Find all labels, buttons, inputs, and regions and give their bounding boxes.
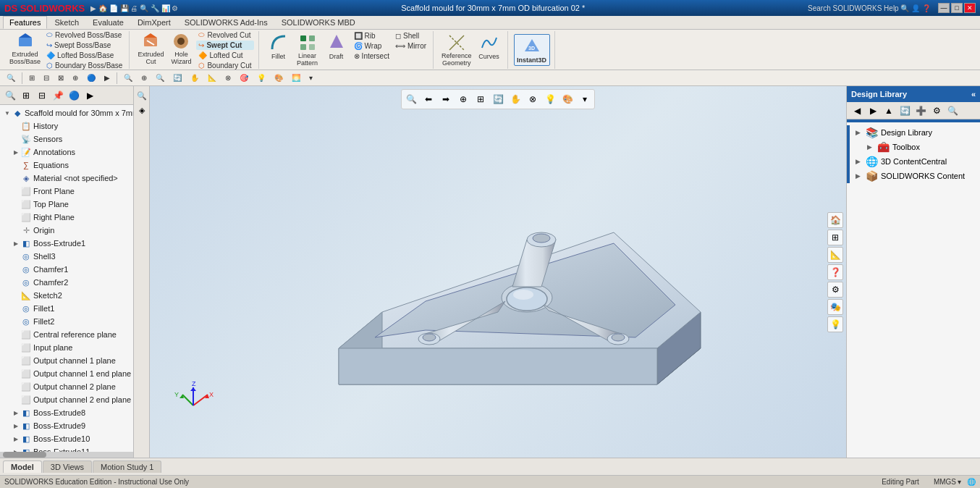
tree-filter-btn[interactable]: 🔍 xyxy=(3,88,17,103)
dl-back-btn[interactable]: ◀ xyxy=(850,104,864,118)
viewport[interactable]: X Y Z 🔍 ⬅ ➡ ⊕ ⊞ 🔄 ✋ ⊗ 💡 🎨 ▾ 🏠 ⊞ 📐 ❓ ⚙ xyxy=(150,86,846,458)
scene[interactable]: 🌅 xyxy=(288,72,304,83)
extruded-cut-button[interactable]: ExtrudedCut xyxy=(135,30,166,67)
hole-wizard-button[interactable]: HoleWizard xyxy=(167,30,195,67)
tree-item-boss-extrude1[interactable]: ▶ ◧ Boss-Extrude1 xyxy=(0,237,133,250)
view-next-btn[interactable]: ➡ xyxy=(438,91,454,107)
tab-features[interactable]: Features xyxy=(3,16,47,29)
dl-item-3d-content-central[interactable]: ▶ 🌐 3D ContentCentral xyxy=(850,154,980,169)
tree-settings-btn[interactable]: 🔵 xyxy=(67,88,81,103)
dl-refresh-btn[interactable]: 🔄 xyxy=(897,104,912,118)
toolbar-filter[interactable]: 🔍 xyxy=(3,72,19,83)
view-rotate-btn[interactable]: 🔄 xyxy=(490,91,506,107)
rt-lights-btn[interactable]: 💡 xyxy=(827,316,843,332)
zoom-extent[interactable]: ⊕ xyxy=(138,72,151,83)
view-zoom-btn[interactable]: 🔍 xyxy=(403,91,419,107)
fillet-button[interactable]: Fillet xyxy=(265,31,292,62)
reference-geometry-button[interactable]: ReferenceGeometry xyxy=(439,31,474,69)
tab-mbd[interactable]: SOLIDWORKS MBD xyxy=(275,16,362,29)
filter-btn[interactable]: 🔍 xyxy=(135,89,148,102)
titlebar-controls[interactable]: Search SOLIDWORKS Help 🔍 👤 ❓ — □ ✕ xyxy=(808,3,976,13)
tree-item-chamfer2[interactable]: ◎ Chamfer2 xyxy=(0,276,133,289)
tree-item-equations[interactable]: ∑ Equations xyxy=(0,159,133,172)
revolved-boss-base-button[interactable]: ⬭ Revolved Boss/Base xyxy=(44,30,124,40)
pan-view[interactable]: ✋ xyxy=(187,72,203,83)
tree-item-sketch2[interactable]: 📐 Sketch2 xyxy=(0,289,133,302)
tab-motion-study[interactable]: Motion Study 1 xyxy=(93,460,161,473)
view-pan-btn[interactable]: ✋ xyxy=(507,91,523,107)
toolbar-view3[interactable]: ⊠ xyxy=(54,72,67,83)
view-section-btn[interactable]: ⊗ xyxy=(525,91,541,107)
zoom-region[interactable]: 🔍 xyxy=(152,72,168,83)
zoom-select[interactable]: 🔍 xyxy=(120,72,136,83)
instant3d-button[interactable]: 3D Instant3D xyxy=(514,34,550,66)
view-render-btn[interactable]: 🎨 xyxy=(559,91,575,107)
tree-collapse-btn[interactable]: ⊟ xyxy=(35,88,49,103)
tree-item-material[interactable]: ◈ Material <not specified> xyxy=(0,172,133,185)
tree-item-output-ch1-end-plane[interactable]: ⬜ Output channel 1 end plane xyxy=(0,367,133,380)
display-mode[interactable]: 💡 xyxy=(253,72,269,83)
swept-cut-button[interactable]: ↪ Swept Cut xyxy=(196,41,253,50)
view3d-side-btn[interactable]: ◈ xyxy=(135,104,148,117)
maximize-button[interactable]: □ xyxy=(951,3,963,13)
tree-horizontal-scrollbar[interactable] xyxy=(0,452,133,458)
view-display-btn[interactable]: 💡 xyxy=(542,91,558,107)
tree-item-fillet1[interactable]: ◎ Fillet1 xyxy=(0,302,133,315)
dl-settings-btn[interactable]: ⚙ xyxy=(929,104,944,118)
view-orient[interactable]: 🎯 xyxy=(236,72,252,83)
linear-pattern-button[interactable]: LinearPattern xyxy=(294,31,321,69)
tree-item-output-ch2-end-plane[interactable]: ⬜ Output channel 2 end plane xyxy=(0,393,133,406)
tree-item-boss-extrude9[interactable]: ▶ ◧ Boss-Extrude9 xyxy=(0,419,133,432)
tree-item-top-plane[interactable]: ⬜ Top Plane xyxy=(0,198,133,211)
revolved-cut-button[interactable]: ⬭ Revolved Cut xyxy=(196,30,253,40)
tab-model[interactable]: Model xyxy=(3,460,42,473)
rt-expand-btn[interactable]: ⊞ xyxy=(827,230,843,245)
dl-up-btn[interactable]: ▲ xyxy=(882,104,896,118)
tree-item-boss-extrude11[interactable]: ▶ ◧ Boss-Extrude11 xyxy=(0,445,133,452)
lofted-cut-button[interactable]: 🔶 Lofted Cut xyxy=(196,51,253,60)
toolbar-view5[interactable]: 🔵 xyxy=(83,72,99,83)
shell-button[interactable]: ◻ Shell xyxy=(393,31,428,41)
tree-item-fillet2[interactable]: ◎ Fillet2 xyxy=(0,315,133,328)
draft-button[interactable]: Draft xyxy=(323,31,350,62)
tree-item-front-plane[interactable]: ⬜ Front Plane xyxy=(0,185,133,198)
rt-help-btn[interactable]: ❓ xyxy=(827,264,843,280)
toolbar-view2[interactable]: ⊟ xyxy=(40,72,53,83)
tab-3dviews[interactable]: 3D Views xyxy=(43,460,92,473)
close-button[interactable]: ✕ xyxy=(964,3,976,13)
lofted-boss-base-button[interactable]: 🔷 Lofted Boss/Base xyxy=(44,51,124,60)
tree-item-origin[interactable]: ✛ Origin xyxy=(0,224,133,237)
mirror-button[interactable]: ⟺ Mirror xyxy=(393,41,428,51)
appearance[interactable]: 🎨 xyxy=(271,72,287,83)
rt-home-btn[interactable]: 🏠 xyxy=(827,212,843,228)
tree-item-sensors[interactable]: 📡 Sensors xyxy=(0,132,133,146)
tree-expand-arrow[interactable]: ▶ xyxy=(83,88,97,103)
boundary-boss-base-button[interactable]: ⬡ Boundary Boss/Base xyxy=(44,61,124,70)
toolbar-arrow[interactable]: ▶ xyxy=(101,72,114,83)
tab-evaluate[interactable]: Evaluate xyxy=(86,16,130,29)
dl-add-btn[interactable]: ➕ xyxy=(913,104,928,118)
toolbar-view1[interactable]: ⊞ xyxy=(25,72,38,83)
tree-item-chamfer1[interactable]: ◎ Chamfer1 xyxy=(0,263,133,276)
extruded-boss-base-button[interactable]: ExtrudedBoss/Base xyxy=(7,30,43,67)
rotate-view[interactable]: 🔄 xyxy=(169,72,185,83)
tab-addins[interactable]: SOLIDWORKS Add-Ins xyxy=(178,16,274,29)
rt-appearance-btn[interactable]: 🎭 xyxy=(827,299,843,315)
dl-filter-btn[interactable]: 🔍 xyxy=(945,104,960,118)
status-units-dropdown[interactable]: ▾ xyxy=(958,478,961,486)
tree-item-shell3[interactable]: ◎ Shell3 xyxy=(0,250,133,263)
tree-expand-btn[interactable]: ⊞ xyxy=(19,88,33,103)
section-view[interactable]: ⊗ xyxy=(221,72,235,83)
dl-item-design-library[interactable]: ▶ 📚 Design Library xyxy=(850,125,980,140)
tree-item-output-ch2-plane[interactable]: ⬜ Output channel 2 plane xyxy=(0,380,133,393)
view-more-btn[interactable]: ▾ xyxy=(577,91,593,107)
tree-item-boss-extrude10[interactable]: ▶ ◧ Boss-Extrude10 xyxy=(0,432,133,445)
view-zoom-fit-btn[interactable]: ⊞ xyxy=(473,91,489,107)
tab-sketch[interactable]: Sketch xyxy=(48,16,85,29)
tab-dimxpert[interactable]: DimXpert xyxy=(131,16,177,29)
boundary-cut-button[interactable]: ⬡ Boundary Cut xyxy=(196,61,253,70)
design-library-collapse-btn[interactable]: « xyxy=(971,90,976,98)
dl-item-sw-content[interactable]: ▶ 📦 SOLIDWORKS Content xyxy=(850,169,980,183)
tree-pin-btn[interactable]: 📌 xyxy=(51,88,65,103)
dl-forward-btn[interactable]: ▶ xyxy=(866,104,880,118)
